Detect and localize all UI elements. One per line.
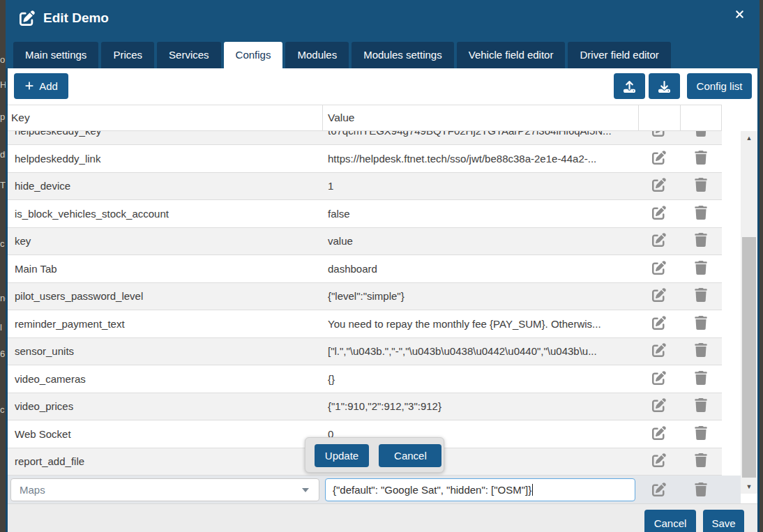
config-value: https://helpdesk.ftnet.tech/sso/jwt/be88…	[322, 153, 638, 165]
tab-bar: Main settingsPricesServicesConfigsModule…	[13, 42, 671, 68]
tab-prices[interactable]: Prices	[101, 42, 154, 68]
background-text-fragment: T	[0, 180, 6, 190]
cancel-edit-button[interactable]: Cancel	[379, 444, 441, 467]
add-button[interactable]: Add	[14, 73, 68, 99]
value-input[interactable]: {"default": "Google Sat", "hidden": ["OS…	[325, 478, 635, 501]
trash-icon[interactable]	[694, 206, 708, 220]
table-row: helpdeskeddy_key t67qcmYEGX94g749BQTF02H…	[8, 131, 722, 145]
background-text-fragment: H	[0, 79, 6, 90]
config-key: video_prices	[8, 400, 322, 412]
close-icon[interactable]	[734, 8, 747, 21]
footer-save-button[interactable]: Save	[703, 510, 744, 532]
new-config-row: Maps {"default": "Google Sat", "hidden":…	[8, 476, 741, 503]
config-value: ["l.","\u043b.","-","\u043b\u0438\u0442\…	[322, 345, 638, 357]
trash-icon[interactable]	[694, 131, 708, 137]
edit-icon[interactable]	[652, 178, 666, 192]
download-icon	[658, 81, 670, 93]
edit-icon[interactable]	[652, 261, 666, 275]
config-key: is_block_vehicles_stock_account	[8, 208, 322, 220]
edit-icon[interactable]	[652, 206, 666, 220]
trash-icon[interactable]	[694, 343, 708, 357]
footer-cancel-button[interactable]: Cancel	[644, 510, 696, 532]
modal-title: Edit Demo	[43, 10, 109, 26]
tab-services[interactable]: Services	[157, 42, 221, 68]
trash-icon[interactable]	[694, 371, 708, 385]
page-background: oHpdlTcnol6c Edit Demo Main settingsPric…	[0, 0, 763, 532]
download-button[interactable]	[649, 73, 680, 99]
config-key: report_add_file	[8, 455, 322, 467]
table-row: helpdeskeddy_link https://helpdesk.ftnet…	[8, 145, 722, 173]
tab-main-settings[interactable]: Main settings	[13, 42, 98, 68]
background-text-fragment: c	[0, 238, 5, 249]
edit-icon[interactable]	[652, 151, 666, 165]
table-row: Main Tab dashboard	[8, 255, 722, 283]
background-page-fragments: oHpdlTcnol6c	[0, 0, 6, 532]
config-key: sensor_units	[8, 345, 322, 357]
background-text-fragment: o	[0, 54, 5, 65]
column-header-value: Value	[322, 105, 638, 130]
background-text-fragment: p	[0, 112, 5, 122]
trash-icon[interactable]	[694, 288, 708, 302]
value-input-text: {"default": "Google Sat", "hidden": ["OS…	[333, 484, 531, 496]
edit-icon[interactable]	[652, 482, 666, 496]
trash-icon[interactable]	[694, 151, 708, 165]
toolbar: Add Config list	[8, 68, 757, 105]
table-row: video_prices {"1":910,"2":912,"3":912}	[8, 393, 722, 421]
config-value: {}	[322, 373, 638, 385]
table-row: key value	[8, 228, 722, 256]
trash-icon[interactable]	[694, 261, 708, 275]
trash-icon[interactable]	[694, 316, 708, 330]
trash-icon[interactable]	[694, 398, 708, 412]
scrollbar[interactable]: ▲ ▼	[741, 131, 757, 494]
tab-configs[interactable]: Configs	[224, 42, 283, 68]
config-list-button[interactable]: Config list	[687, 73, 752, 99]
trash-icon[interactable]	[694, 482, 708, 496]
scrollbar-thumb[interactable]	[742, 237, 756, 478]
table-row: reminder_payment_text You need to repay …	[8, 310, 722, 338]
edit-icon[interactable]	[652, 398, 666, 412]
edit-confirm-popup: Update Cancel	[305, 437, 444, 473]
scroll-up-icon[interactable]: ▲	[741, 131, 757, 145]
column-header-key: Key	[8, 105, 322, 130]
edit-row-actions	[680, 482, 722, 499]
edit-icon[interactable]	[652, 426, 666, 440]
upload-button[interactable]	[614, 73, 645, 99]
column-header-delete	[680, 105, 722, 130]
config-key: video_cameras	[8, 373, 322, 385]
edit-row-actions	[638, 482, 680, 499]
config-key: pilot_users_password_level	[8, 290, 322, 302]
edit-icon[interactable]	[652, 316, 666, 330]
update-button[interactable]: Update	[315, 444, 369, 467]
modal-header: Edit Demo Main settingsPricesServicesCon…	[6, 0, 760, 68]
modal-title-row: Edit Demo	[6, 0, 760, 40]
table-row: pilot_users_password_level {"level":"sim…	[8, 283, 722, 311]
tab-modules[interactable]: Modules	[285, 42, 349, 68]
config-value: {"1":910,"2":912,"3":912}	[322, 400, 638, 412]
modal-footer: Cancel Save	[8, 503, 757, 532]
config-value: t67qcmYEGX94g749BQTF02Hj2TGTAarP27i3o4iH…	[322, 131, 638, 137]
tab-vehicle-field-editor[interactable]: Vehicle field editor	[457, 42, 566, 68]
config-value: false	[322, 208, 638, 220]
edit-icon[interactable]	[652, 371, 666, 385]
edit-icon[interactable]	[652, 233, 666, 247]
scroll-down-icon[interactable]: ▼	[741, 480, 757, 494]
trash-icon[interactable]	[694, 426, 708, 440]
edit-icon[interactable]	[652, 343, 666, 357]
config-key: Web Socket	[8, 428, 322, 440]
tab-driver-field-editor[interactable]: Driver field editor	[568, 42, 670, 68]
config-key: key	[8, 235, 322, 247]
edit-icon[interactable]	[652, 131, 666, 137]
config-key: reminder_payment_text	[8, 318, 322, 330]
background-text-fragment: l	[0, 322, 2, 333]
table-row: is_block_vehicles_stock_account false	[8, 200, 722, 228]
trash-icon[interactable]	[694, 453, 708, 467]
plus-icon	[24, 81, 34, 91]
trash-icon[interactable]	[694, 178, 708, 192]
key-select[interactable]: Maps	[10, 478, 319, 501]
trash-icon[interactable]	[694, 233, 708, 247]
edit-icon[interactable]	[652, 453, 666, 467]
background-text-fragment: no	[0, 293, 6, 303]
tab-modules-settings[interactable]: Modules settings	[352, 42, 454, 68]
edit-icon[interactable]	[652, 288, 666, 302]
edit-demo-modal: Edit Demo Main settingsPricesServicesCon…	[6, 0, 760, 532]
